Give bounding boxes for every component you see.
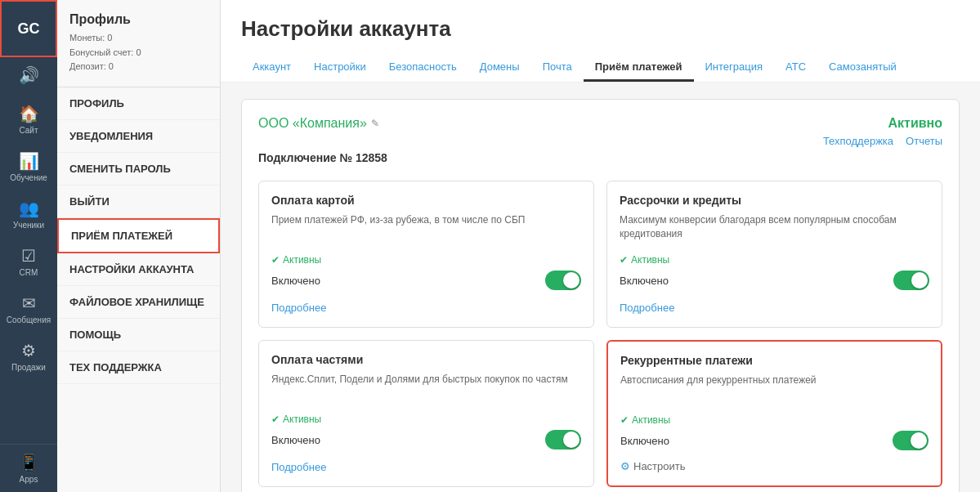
nav-label-education: Обучение [10, 173, 47, 182]
nav-label-crm: CRM [20, 268, 38, 277]
tab-settings[interactable]: Настройки [302, 54, 378, 82]
card-payment: Оплата картой Прием платежей РФ, из-за р… [258, 181, 594, 328]
checkmark-icon: ✔ [620, 414, 629, 426]
menu-item-file-storage[interactable]: ФАЙЛОВОЕ ХРАНИЛИЩЕ [57, 286, 220, 319]
nav-label-sales: Продажи [11, 363, 46, 372]
card-credit-link[interactable]: Подробнее [620, 302, 674, 314]
nav-item-site[interactable]: 🏠 Сайт [0, 96, 57, 143]
checkmark-icon: ✔ [271, 414, 280, 425]
card-recurring-toggle-label: Включено [620, 435, 669, 447]
reports-link[interactable]: Отчеты [906, 135, 942, 147]
card-recurring-configure[interactable]: ⚙ Настроить [620, 460, 929, 472]
home-icon: 🏠 [19, 104, 39, 123]
gear-icon: ⚙ [620, 460, 630, 472]
card-payment-desc: Прием платежей РФ, из-за рубежа, в том ч… [271, 213, 581, 242]
sound-icon: 🔊 [19, 65, 39, 85]
card-installment-toggle[interactable] [545, 430, 581, 450]
menu-item-help[interactable]: ПОМОЩЬ [57, 319, 220, 351]
page-header: Настройки аккаунта Аккаунт Настройки Без… [221, 0, 980, 83]
profile-bonus: Бонусный счет: 0 [69, 46, 208, 60]
nav-item-apps[interactable]: 📱 Apps [0, 444, 57, 492]
connection-number: Подключение № 12858 [258, 151, 942, 164]
crm-icon: ☑ [21, 246, 36, 266]
nav-label-site: Сайт [19, 126, 38, 135]
status-area: Активно Техподдержка Отчеты [823, 116, 942, 147]
profile-coins: Монеты: 0 [69, 31, 208, 46]
payment-cards-grid: Оплата картой Прием платежей РФ, из-за р… [258, 181, 942, 487]
nav-item-sales[interactable]: ⚙ Продажи [0, 333, 57, 380]
card-installment-desc: Яндекс.Сплит, Подели и Долями для быстры… [271, 373, 581, 401]
card-credit-toggle-label: Включено [620, 275, 669, 287]
tab-domains[interactable]: Домены [468, 54, 531, 82]
main-content: Настройки аккаунта Аккаунт Настройки Без… [221, 0, 980, 492]
checkmark-icon: ✔ [271, 254, 280, 266]
tab-integration[interactable]: Интеграция [694, 54, 775, 82]
card-recurring-title: Рекуррентные платежи [620, 354, 929, 367]
card-payment-title: Оплата картой [271, 194, 581, 207]
nav-item-sound[interactable]: 🔊 [0, 57, 57, 96]
card-payment-toggle-label: Включено [271, 275, 320, 287]
card-installment-toggle-row: Включено [271, 430, 581, 450]
page-title: Настройки аккаунта [241, 16, 960, 42]
content-area: ООО «Компания» ✎ Активно Техподдержка От… [221, 83, 980, 492]
logo-text: GC [18, 20, 40, 38]
tab-selfemployed[interactable]: Самозанятый [817, 54, 908, 82]
users-icon: 👥 [19, 199, 39, 218]
card-recurring-toggle[interactable] [893, 431, 929, 450]
nav-label-apps: Apps [20, 475, 38, 484]
edit-company-icon[interactable]: ✎ [371, 118, 379, 129]
tab-security[interactable]: Безопасность [378, 54, 468, 82]
mail-icon: ✉ [22, 293, 36, 313]
tab-mail[interactable]: Почта [531, 54, 584, 82]
nav-item-education[interactable]: 📊 Обучение [0, 143, 57, 190]
profile-deposit: Депозит: 0 [69, 60, 208, 74]
company-header: ООО «Компания» ✎ Активно Техподдержка От… [258, 116, 942, 147]
card-credit-toggle-row: Включено [620, 271, 929, 290]
card-recurring-status: ✔ Активны [620, 414, 929, 426]
menu-item-payments[interactable]: ПРИЁМ ПЛАТЕЖЕЙ [57, 218, 220, 253]
apps-icon: 📱 [19, 453, 39, 472]
nav-label-students: Ученики [13, 221, 44, 230]
card-installment-link[interactable]: Подробнее [271, 461, 326, 473]
tab-payments[interactable]: Приём платежей [584, 54, 694, 82]
card-payment-toggle-row: Включено [271, 271, 581, 290]
card-credit-title: Рассрочки и кредиты [620, 194, 929, 207]
profile-title: Профиль [69, 12, 208, 27]
card-payment-toggle[interactable] [545, 271, 581, 290]
company-section: ООО «Компания» ✎ Активно Техподдержка От… [241, 99, 960, 492]
menu-item-account-settings[interactable]: НАСТРОЙКИ АККАУНТА [57, 253, 220, 286]
menu-item-tech-support[interactable]: ТЕХ ПОДДЕРЖКА [57, 351, 220, 384]
nav-item-messages[interactable]: ✉ Сообщения [0, 285, 57, 333]
card-credit-desc: Максимум конверсии благодаря всем популя… [620, 213, 929, 242]
menu-item-change-password[interactable]: СМЕНИТЬ ПАРОЛЬ [57, 153, 220, 186]
card-payment-link[interactable]: Подробнее [271, 302, 326, 314]
company-status: Активно [823, 116, 942, 131]
company-links: Техподдержка Отчеты [823, 135, 942, 147]
card-installment-toggle-label: Включено [271, 434, 320, 446]
tech-support-link[interactable]: Техподдержка [823, 135, 893, 147]
card-payment-status: ✔ Активны [271, 254, 581, 266]
company-name: ООО «Компания» ✎ [258, 116, 379, 131]
sales-icon: ⚙ [21, 341, 36, 360]
card-installment-status: ✔ Активны [271, 414, 581, 425]
icon-sidebar: GC 🔊 🏠 Сайт 📊 Обучение 👥 Ученики ☑ CRM ✉… [0, 0, 57, 492]
card-credit-status: ✔ Активны [620, 254, 929, 266]
menu-item-notifications[interactable]: УВЕДОМЛЕНИЯ [57, 120, 220, 153]
nav-item-students[interactable]: 👥 Ученики [0, 190, 57, 238]
card-recurring: Рекуррентные платежи Автосписания для ре… [606, 340, 942, 487]
menu-sidebar: Профиль Монеты: 0 Бонусный счет: 0 Депоз… [57, 0, 221, 492]
tab-atc[interactable]: АТС [774, 54, 817, 82]
card-recurring-desc: Автосписания для рекуррентных платежей [620, 373, 929, 402]
checkmark-icon: ✔ [620, 254, 628, 266]
tabs-nav: Аккаунт Настройки Безопасность Домены По… [241, 54, 960, 82]
card-credit-toggle[interactable] [893, 271, 929, 290]
chart-icon: 📊 [19, 151, 39, 171]
menu-item-profile[interactable]: ПРОФИЛЬ [57, 87, 220, 120]
nav-label-messages: Сообщения [7, 315, 51, 324]
nav-item-crm[interactable]: ☑ CRM [0, 238, 57, 285]
card-installment: Оплата частями Яндекс.Сплит, Подели и До… [258, 340, 594, 487]
logo[interactable]: GC [0, 0, 57, 57]
tab-account[interactable]: Аккаунт [241, 54, 302, 82]
menu-item-logout[interactable]: ВЫЙТИ [57, 186, 220, 218]
company-name-area: ООО «Компания» ✎ [258, 116, 379, 131]
